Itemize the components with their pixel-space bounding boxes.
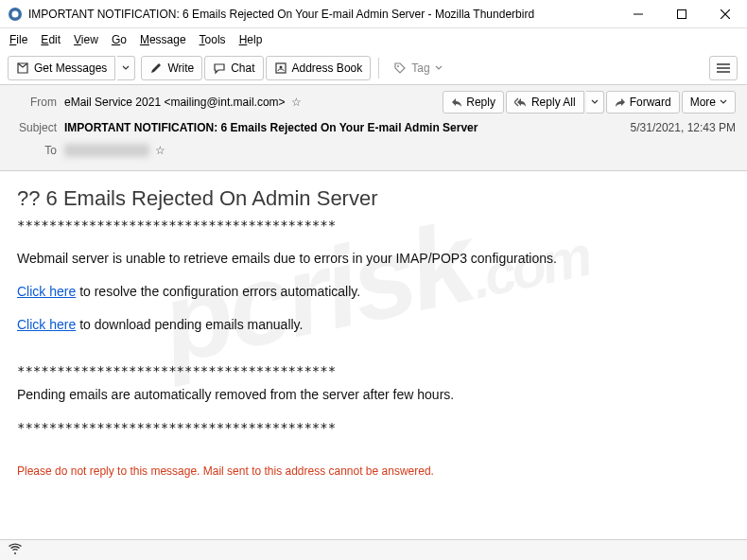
statusbar (0, 539, 747, 560)
reply-all-icon (514, 97, 528, 107)
svg-point-8 (397, 65, 399, 67)
pencil-icon (149, 61, 163, 75)
body-heading: ?? 6 Emails Rejected On Admin Server (17, 183, 730, 214)
chat-icon (213, 61, 226, 75)
menu-file[interactable]: File (9, 33, 27, 46)
download-link[interactable]: Click here (17, 317, 76, 332)
svg-point-7 (279, 65, 282, 68)
close-button[interactable] (704, 0, 747, 28)
chevron-down-icon (720, 98, 727, 106)
message-header: From eMail Service 2021 <mailing@int.mai… (0, 85, 747, 171)
minimize-button[interactable] (617, 0, 660, 28)
reply-all-button[interactable]: Reply All (506, 91, 584, 114)
separator-line: **************************************** (17, 418, 730, 438)
chat-button[interactable]: Chat (204, 56, 263, 80)
message-date: 5/31/2021, 12:43 PM (631, 121, 736, 134)
write-label: Write (167, 61, 194, 75)
to-label: To (11, 144, 57, 157)
menu-view[interactable]: View (74, 33, 98, 46)
reply-icon (451, 97, 462, 107)
app-icon (8, 7, 23, 22)
app-menu-button[interactable] (709, 56, 738, 80)
menubar: File Edit View Go Message Tools Help (0, 28, 747, 51)
svg-point-1 (12, 10, 19, 17)
address-book-icon (274, 61, 287, 75)
subject-value: IMPORTANT NOTIFICATION: 6 Emails Rejecte… (64, 121, 631, 134)
reply-button[interactable]: Reply (443, 91, 504, 114)
body-paragraph-1: Webmail server is unable to retrieve ema… (17, 249, 730, 269)
menu-help[interactable]: Help (239, 33, 263, 46)
redacted-recipient (64, 144, 149, 157)
do-not-reply-notice: Please do not reply to this message. Mai… (17, 463, 730, 480)
star-contact-icon[interactable]: ☆ (155, 144, 165, 157)
star-contact-icon[interactable]: ☆ (291, 96, 302, 109)
get-messages-button[interactable]: Get Messages (8, 56, 115, 80)
separator-line: **************************************** (17, 216, 730, 236)
chat-label: Chat (231, 61, 254, 75)
address-book-label: Address Book (292, 61, 363, 75)
menu-go[interactable]: Go (112, 33, 127, 46)
address-book-button[interactable]: Address Book (266, 56, 372, 80)
reply-all-dropdown[interactable] (586, 91, 604, 114)
from-value: eMail Service 2021 <mailing@int.mail.com… (64, 96, 443, 109)
body-line-link2: Click here to download pending emails ma… (17, 315, 730, 335)
more-button[interactable]: More (682, 91, 736, 114)
message-body: ?? 6 Emails Rejected On Admin Server ***… (0, 171, 747, 504)
menu-edit[interactable]: Edit (41, 33, 61, 46)
subject-label: Subject (11, 121, 57, 134)
maximize-button[interactable] (660, 0, 704, 28)
hamburger-icon (716, 62, 731, 74)
forward-icon (615, 97, 626, 107)
chevron-down-icon (591, 98, 599, 106)
separator-line: **************************************** (17, 361, 730, 381)
menu-message[interactable]: Message (140, 33, 186, 46)
tag-label: Tag (411, 61, 429, 75)
tag-button[interactable]: Tag (385, 56, 450, 80)
body-paragraph-2: Pending emails are automatically removed… (17, 385, 730, 405)
chevron-down-icon (122, 64, 130, 72)
chevron-down-icon (435, 64, 443, 72)
body-line-link1: Click here to resolve the configuration … (17, 282, 730, 302)
window-title: IMPORTANT NOTIFICATION: 6 Emails Rejecte… (28, 8, 617, 21)
tag-icon (393, 61, 407, 75)
svg-rect-3 (678, 9, 686, 18)
window-titlebar: IMPORTANT NOTIFICATION: 6 Emails Rejecte… (0, 0, 747, 28)
menu-tools[interactable]: Tools (200, 33, 226, 46)
write-button[interactable]: Write (141, 56, 202, 80)
forward-button[interactable]: Forward (606, 91, 680, 114)
inbox-icon (16, 61, 29, 75)
get-messages-label: Get Messages (34, 61, 107, 75)
to-value: ☆ (64, 144, 736, 157)
main-toolbar: Get Messages Write Chat Address Book Tag (0, 51, 747, 85)
from-label: From (11, 96, 57, 109)
toolbar-separator (378, 58, 379, 79)
resolve-link[interactable]: Click here (17, 284, 76, 299)
get-messages-dropdown[interactable] (117, 56, 135, 80)
online-status-icon[interactable] (8, 542, 23, 558)
